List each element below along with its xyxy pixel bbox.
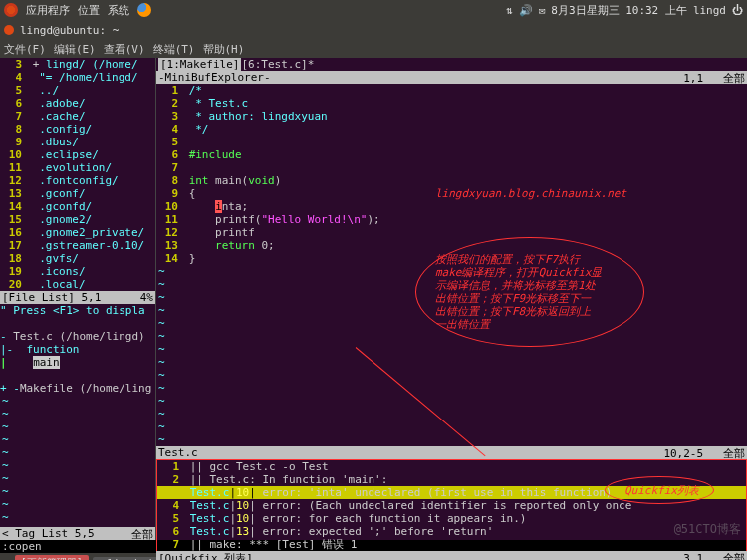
minibuf-status: -MiniBufExplorer-1,1 全部 [156, 71, 747, 84]
menu-terminal[interactable]: 终端(T) [153, 42, 195, 57]
code-pane[interactable]: 1 /*2 * Test.c3 * author: lingdxyuan4 */… [156, 84, 747, 446]
watermark: @51CTO博客 [674, 521, 741, 538]
system-topbar: 应用程序 位置 系统 ⇅ 🔊 ✉ 8月3日星期三 10:32 上午 lingd … [0, 0, 747, 20]
quickfix-status: [Quickfix 列表]3,1 全部 [156, 551, 747, 560]
code-status: Test.c10,2-5 全部 [156, 446, 747, 459]
window-titlebar: lingd@ubuntu: ~ [0, 20, 747, 40]
user-menu[interactable]: lingd [693, 4, 726, 17]
sound-icon[interactable]: 🔊 [519, 4, 533, 17]
menu-help[interactable]: 帮助(H) [203, 42, 245, 57]
tag-list-pane[interactable]: " Press <F1> to displa - Test.c (/home/l… [0, 304, 155, 527]
ubuntu-logo-icon [4, 3, 18, 17]
show-desktop-icon[interactable]: ▣ [4, 557, 11, 561]
tab-testc[interactable]: [6:Test.c]* [241, 58, 314, 71]
tab-makefile[interactable]: [1:Makefile] [158, 58, 241, 71]
menu-applications[interactable]: 应用程序 [26, 3, 70, 18]
power-icon[interactable]: ⏻ [732, 4, 743, 17]
menu-edit[interactable]: 编辑(E) [54, 42, 96, 57]
menu-view[interactable]: 查看(V) [104, 42, 145, 57]
quickfix-pane[interactable]: 1 || gcc Test.c -o Test2 || Test.c: In f… [156, 459, 747, 551]
tag-list-status: < Tag List 5,5全部 [0, 527, 155, 540]
menu-places[interactable]: 位置 [78, 3, 100, 18]
task-update-manager[interactable]: [更新管理器] [15, 555, 89, 560]
datetime[interactable]: 8月3日星期三 10:32 上午 [551, 3, 687, 18]
mail-icon[interactable]: ✉ [539, 4, 546, 17]
terminal-menubar: 文件(F) 编辑(E) 查看(V) 终端(T) 帮助(H) [0, 40, 747, 58]
file-list-status: [File List] 5,14% [0, 291, 155, 304]
firefox-icon[interactable] [137, 3, 151, 17]
vim-editor: 3 + lingd/ (/home/4 "= /home/lingd/5 ../… [0, 58, 747, 540]
taglist-symbol[interactable]: main [33, 356, 60, 369]
window-close-icon[interactable] [4, 25, 14, 35]
window-title: lingd@ubuntu: ~ [20, 24, 119, 37]
minibuf-tabs[interactable]: [1:Makefile][6:Test.c]* [156, 58, 747, 71]
network-icon[interactable]: ⇅ [506, 4, 513, 17]
menu-system[interactable]: 系统 [108, 3, 129, 18]
file-list-pane[interactable]: 3 + lingd/ (/home/4 "= /home/lingd/5 ../… [0, 58, 155, 291]
menu-file[interactable]: 文件(F) [4, 42, 46, 57]
